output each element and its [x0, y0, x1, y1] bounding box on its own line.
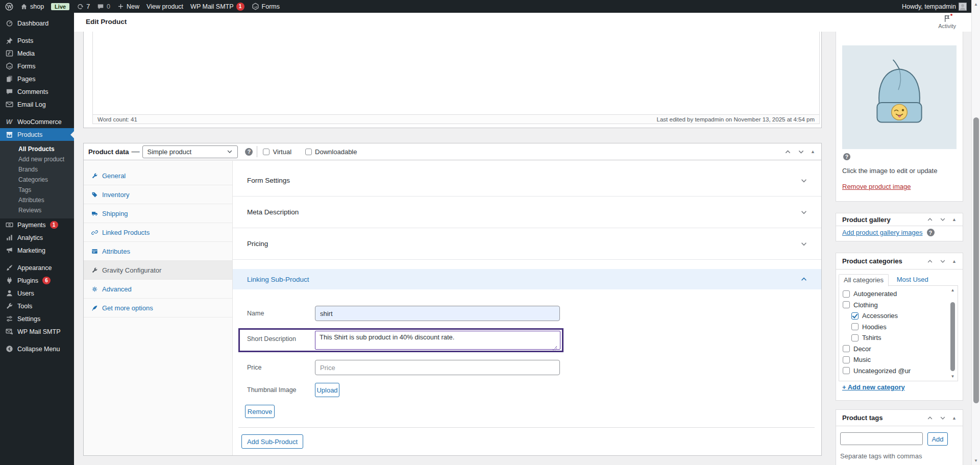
upload-button[interactable]: Upload [315, 383, 339, 397]
move-up-icon[interactable] [784, 148, 792, 156]
category-checkbox-hoodies[interactable] [851, 323, 859, 330]
help-icon[interactable]: ? [245, 148, 253, 156]
move-down-icon[interactable] [939, 258, 946, 265]
price-input[interactable] [315, 360, 560, 375]
updates-link[interactable]: 7 [77, 3, 90, 10]
site-name-link[interactable]: shop [20, 3, 44, 10]
toggle-panel-icon[interactable]: ▲ [952, 259, 957, 264]
collapse-menu-button[interactable]: Collapse Menu [0, 342, 74, 355]
sidebar-item-email-log[interactable]: Email Log [0, 98, 74, 111]
category-checkbox-music[interactable] [843, 356, 850, 363]
tab-get-more-options[interactable]: Get more options [84, 299, 232, 317]
tab-linked-products[interactable]: Linked Products [84, 223, 232, 242]
category-checkbox-decor[interactable] [843, 345, 850, 352]
toggle-panel-icon[interactable]: ▲ [952, 415, 957, 421]
scrollbar-thumb[interactable] [950, 302, 955, 371]
tab-attributes[interactable]: Attributes [84, 242, 232, 261]
sidebar-item-tools[interactable]: Tools [0, 300, 74, 312]
accordion-pricing[interactable]: Pricing [233, 228, 821, 260]
remove-product-image-link[interactable]: Remove product image [842, 183, 911, 190]
submenu-brands[interactable]: Brands [0, 164, 74, 175]
sidebar-item-marketing[interactable]: Marketing [0, 244, 74, 257]
sidebar-item-media[interactable]: Media [0, 47, 74, 60]
move-up-icon[interactable] [926, 216, 934, 223]
accordion-linking-sub-product[interactable]: Linking Sub-Product [233, 269, 821, 289]
move-down-icon[interactable] [939, 216, 946, 223]
sidebar-item-comments[interactable]: Comments [0, 85, 74, 98]
product-image[interactable] [842, 45, 957, 150]
tab-gravity-configurator[interactable]: Gravity Configurator [84, 261, 232, 280]
forms-link[interactable]: Forms [252, 3, 280, 10]
sidebar-item-pages[interactable]: Pages [0, 72, 74, 85]
category-checkbox-uncategorized[interactable] [843, 367, 850, 374]
wordpress-logo-menu[interactable] [5, 3, 13, 11]
tab-inventory[interactable]: Inventory [84, 185, 232, 204]
activity-button[interactable]: Activity [938, 14, 956, 29]
help-icon[interactable]: ? [843, 153, 850, 160]
scroll-down-icon[interactable]: ▼ [949, 374, 957, 379]
add-sub-product-button[interactable]: Add Sub-Product [241, 434, 303, 449]
name-input[interactable] [315, 306, 560, 321]
toggle-panel-icon[interactable]: ▲ [811, 149, 815, 154]
sidebar-item-wp-mail-smtp[interactable]: WP Mail SMTP [0, 325, 74, 338]
add-new-category-link[interactable]: + Add new category [842, 383, 905, 391]
category-checkbox-autogenerated[interactable] [843, 290, 850, 298]
short-description-textarea[interactable]: This Shirt is sub product in 40% discoun… [315, 331, 560, 350]
scrollbar-thumb[interactable] [973, 117, 979, 403]
comment-icon [5, 88, 13, 95]
sidebar-item-plugins[interactable]: Plugins6 [0, 274, 74, 287]
submenu-categories[interactable]: Categories [0, 175, 74, 185]
new-content-link[interactable]: New [117, 3, 139, 10]
admin-bar: shop Live 7 0 New View product WP Mail S… [0, 0, 980, 13]
sidebar-item-woocommerce[interactable]: WWooCommerce [0, 115, 74, 128]
comments-link[interactable]: 0 [97, 3, 110, 10]
wp-mail-smtp-badge: 1 [236, 3, 244, 11]
category-checkbox-accessories[interactable] [851, 312, 859, 320]
tab-most-used[interactable]: Most Used [897, 276, 928, 283]
help-icon[interactable]: ? [927, 229, 935, 236]
submenu-add-new-product[interactable]: Add new product [0, 154, 74, 164]
category-checkbox-clothing[interactable] [843, 301, 850, 308]
accordion-meta-description[interactable]: Meta Description [233, 197, 821, 228]
move-down-icon[interactable] [939, 414, 946, 422]
sidebar-item-users[interactable]: Users [0, 287, 74, 300]
submenu-all-products[interactable]: All Products [0, 144, 74, 154]
category-checkbox-tshirts[interactable] [851, 334, 859, 341]
sidebar-item-settings[interactable]: Settings [0, 312, 74, 325]
submenu-attributes[interactable]: Attributes [0, 195, 74, 205]
chevron-down-icon [226, 148, 233, 155]
submenu-reviews[interactable]: Reviews [0, 205, 74, 215]
virtual-checkbox[interactable] [263, 149, 270, 155]
tab-shipping[interactable]: Shipping [84, 204, 232, 223]
woocommerce-icon: W [5, 118, 13, 126]
move-down-icon[interactable] [797, 148, 805, 156]
sidebar-item-forms[interactable]: Forms [0, 60, 74, 72]
submenu-tags[interactable]: Tags [0, 185, 74, 195]
scroll-down-icon[interactable]: ▼ [972, 458, 980, 463]
view-product-link[interactable]: View product [146, 3, 183, 10]
add-tag-button[interactable]: Add [927, 432, 948, 446]
accordion-form-settings[interactable]: Form Settings [233, 165, 821, 197]
remove-button[interactable]: Remove [245, 405, 275, 418]
tab-all-categories[interactable]: All categories [839, 274, 889, 286]
toggle-panel-icon[interactable]: ▲ [952, 217, 957, 222]
add-gallery-images-link[interactable]: Add product gallery images [842, 229, 923, 236]
downloadable-checkbox[interactable] [305, 149, 312, 155]
move-up-icon[interactable] [926, 414, 934, 422]
wp-mail-smtp-link[interactable]: WP Mail SMTP 1 [190, 3, 244, 11]
tab-general[interactable]: General [84, 166, 232, 185]
tab-advanced[interactable]: Advanced [84, 280, 232, 299]
sidebar-item-products[interactable]: Products [0, 128, 74, 141]
scroll-up-icon[interactable]: ▲ [972, 2, 980, 7]
tags-input[interactable] [840, 432, 923, 445]
my-account-link[interactable]: Howdy, tempadmin [902, 3, 967, 11]
sidebar-item-analytics[interactable]: Analytics [0, 231, 74, 244]
scroll-up-icon[interactable]: ▲ [949, 288, 957, 292]
sidebar-item-posts[interactable]: Posts [0, 34, 74, 47]
sidebar-item-appearance[interactable]: Appearance [0, 261, 74, 274]
editor-content-area[interactable]: Word count: 41 Last edited by tempadmin … [92, 32, 820, 124]
product-type-select[interactable]: Simple product [142, 145, 238, 158]
sidebar-item-dashboard[interactable]: Dashboard [0, 17, 74, 30]
sidebar-item-payments[interactable]: Payments1 [0, 218, 74, 231]
move-up-icon[interactable] [926, 258, 934, 265]
